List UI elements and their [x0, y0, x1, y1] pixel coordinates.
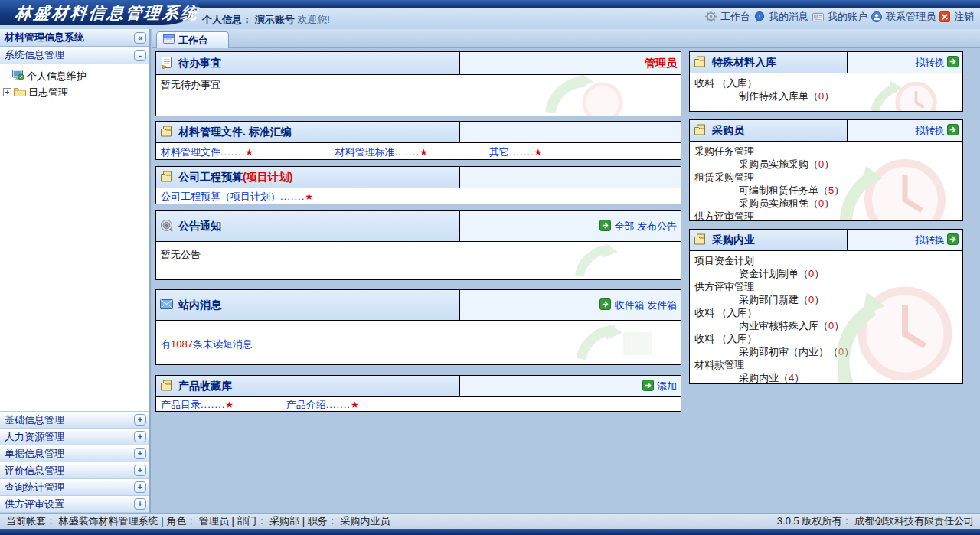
folders-icon — [160, 171, 173, 184]
action-item[interactable]: 资金计划制单（0） — [694, 267, 958, 280]
link-outbox[interactable]: 发件箱 — [647, 299, 677, 311]
unread-message-text[interactable]: 有1087条未读短消息 — [161, 338, 253, 350]
star-icon[interactable]: ★ — [420, 147, 428, 158]
star-icon[interactable]: ★ — [245, 147, 253, 158]
sidebar-item-evaluation[interactable]: 评价信息管理 + — [0, 462, 149, 479]
link-label[interactable]: 产品介绍 — [286, 399, 326, 410]
link-product-intro[interactable]: 产品介绍.......★ — [286, 398, 359, 411]
panel-title: 特殊材料入库 — [712, 56, 776, 70]
sidebar-accordion: 基础信息管理 + 人力资源管理 + 单据信息管理 + 评价信息管理 + 查询统计… — [0, 411, 149, 513]
personal-info: 个人信息： 演示账号 欢迎您! — [202, 13, 330, 27]
star-icon[interactable]: ★ — [351, 400, 359, 410]
tree-expand-icon[interactable]: + — [3, 88, 11, 96]
collapse-section-button[interactable]: - — [134, 50, 146, 61]
action-item[interactable]: 可编制租赁任务单（5） — [694, 184, 958, 197]
expand-icon[interactable]: + — [134, 481, 146, 493]
link-budget[interactable]: 公司工程预算（项目计划）.......★ — [161, 191, 313, 202]
action-item[interactable]: 采购内业（4） — [694, 371, 958, 383]
sidebar: 材料管理信息系统 « 系统信息管理 - 个人信息维护 + 日志管理 基础信息管理… — [0, 29, 151, 513]
action-item[interactable]: 采购部初审（内业）（0） — [694, 345, 958, 358]
link-label[interactable]: 其它 — [489, 146, 509, 158]
link-inbox[interactable]: 收件箱 — [614, 299, 644, 311]
panel-title: 材料管理文件. 标准汇编 — [178, 126, 292, 139]
link-all-notices[interactable]: 全部 — [614, 220, 634, 232]
paren: （ — [808, 158, 818, 170]
paren: ） — [844, 346, 854, 357]
green-arrow-icon[interactable] — [642, 380, 654, 393]
sidebar-item-documents[interactable]: 单据信息管理 + — [0, 445, 149, 462]
tree-item-logs[interactable]: + 日志管理 — [3, 84, 149, 100]
panel-internal: 采购内业 拟转换 项目资金计划 资金计划制单（0） 供方评审管理 采购部门新建（… — [689, 229, 963, 384]
window-icon — [163, 34, 175, 46]
sidebar-item-basic-info[interactable]: 基础信息管理 + — [0, 412, 149, 429]
link-label[interactable]: 材料管理文件 — [161, 146, 220, 158]
panel-title: 公司工程预算(项目计划) — [178, 171, 292, 184]
action-item[interactable]: 采购员实施采购（0） — [694, 158, 958, 171]
tab-workbench[interactable]: 工作台 — [156, 31, 229, 48]
group-label: 收料 （入库） — [694, 332, 958, 345]
green-arrow-icon[interactable] — [599, 298, 611, 312]
action-item[interactable]: 内业审核特殊入库（0） — [694, 319, 958, 332]
paren: （ — [808, 197, 818, 209]
star-icon[interactable]: ★ — [305, 191, 313, 202]
green-arrow-icon[interactable] — [947, 233, 959, 247]
expand-icon[interactable]: + — [134, 448, 146, 459]
link-product-catalog[interactable]: 产品目录.......★ — [161, 398, 251, 411]
paren: ） — [834, 320, 844, 331]
sidebar-item-hr[interactable]: 人力资源管理 + — [0, 429, 149, 445]
expand-icon[interactable]: + — [134, 414, 146, 426]
watermark-arrow — [573, 322, 658, 364]
right-column: 特殊材料入库 拟转换 收料 （入库） 制作特殊入库单（0） — [689, 51, 963, 384]
expand-icon[interactable]: + — [134, 465, 146, 476]
sidebar-tree: 个人信息维护 + 日志管理 — [0, 64, 149, 411]
nav-workbench[interactable]: 工作台 — [720, 10, 750, 24]
green-arrow-icon[interactable] — [947, 124, 959, 138]
link-convert[interactable]: 拟转换 — [915, 233, 945, 247]
status-right: 3.0.5 版权所有： 成都创软科技有限责任公司 — [777, 514, 974, 528]
nav-logout[interactable]: 注销 — [954, 10, 974, 24]
sidebar-item-supplier-review[interactable]: 供方评审设置 + — [0, 496, 149, 513]
sidebar-collapse-button[interactable]: « — [134, 32, 146, 44]
logout-icon — [939, 11, 950, 23]
tree-item-profile[interactable]: 个人信息维护 — [3, 68, 149, 84]
panel-title: 公告通知 — [178, 220, 221, 233]
tree-item-label: 日志管理 — [28, 86, 68, 99]
sidebar-section-label: 系统信息管理 — [5, 48, 64, 62]
watermark-arrow — [573, 242, 650, 279]
star-icon[interactable]: ★ — [225, 400, 234, 410]
action-item[interactable]: 采购员实施租凭（0） — [694, 197, 958, 210]
star-icon[interactable]: ★ — [534, 147, 543, 158]
tree-item-label: 个人信息维护 — [27, 70, 87, 83]
link-add-product[interactable]: 添加 — [657, 380, 677, 393]
link-convert[interactable]: 拟转换 — [915, 124, 945, 138]
folder-icon — [14, 86, 26, 99]
link-dots: ....... — [509, 146, 534, 158]
nav-my-account[interactable]: 我的账户 — [828, 10, 867, 24]
link-dots: ....... — [326, 399, 351, 410]
link-label[interactable]: 材料管理标准 — [335, 146, 395, 158]
link-docs-standards[interactable]: 材料管理标准.......★ — [335, 145, 441, 159]
svg-text:!: ! — [759, 13, 761, 20]
link-label[interactable]: 公司工程预算（项目计划） — [161, 191, 280, 202]
link-label[interactable]: 产品目录 — [161, 399, 201, 410]
link-convert[interactable]: 拟转换 — [915, 56, 945, 70]
green-arrow-icon[interactable] — [599, 220, 611, 233]
watermark-arrow — [543, 74, 627, 116]
message-actions: 收件箱 发件箱 — [611, 299, 677, 312]
speaker-icon — [160, 219, 173, 234]
nav-my-messages[interactable]: 我的消息 — [769, 10, 808, 24]
action-item[interactable]: 制作特殊入库单（0） — [694, 90, 958, 103]
link-docs-files[interactable]: 材料管理文件.......★ — [161, 145, 270, 159]
link-docs-other[interactable]: 其它.......★ — [489, 145, 542, 159]
green-arrow-icon[interactable] — [947, 56, 959, 70]
sidebar-title: 材料管理信息系统 — [5, 31, 84, 44]
action-item[interactable]: 采购部门新建（0） — [694, 293, 958, 306]
sidebar-item-query-stats[interactable]: 查询统计管理 + — [0, 479, 149, 496]
sidebar-section-system[interactable]: 系统信息管理 - — [0, 47, 149, 64]
nav-contact-admin[interactable]: 联系管理员 — [886, 10, 936, 24]
expand-icon[interactable]: + — [134, 498, 146, 510]
link-dots: ....... — [220, 146, 245, 158]
panel-products: 产品收藏库 添加 产品目录.......★ 产品介绍.......★ — [155, 375, 681, 412]
expand-icon[interactable]: + — [134, 431, 146, 442]
link-publish-notice[interactable]: 发布公告 — [637, 220, 677, 232]
